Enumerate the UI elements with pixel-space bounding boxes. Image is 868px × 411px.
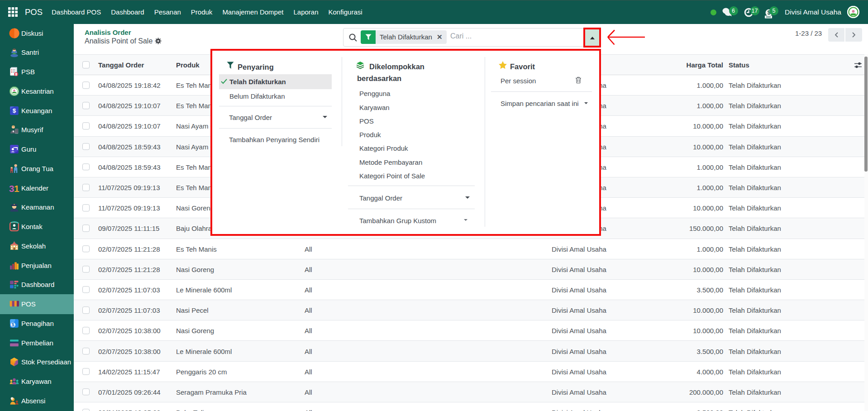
svg-text:$: $ [12,322,14,327]
svg-text:1: 1 [14,183,19,193]
svg-text:$: $ [13,107,16,114]
svg-text:3: 3 [9,183,14,193]
